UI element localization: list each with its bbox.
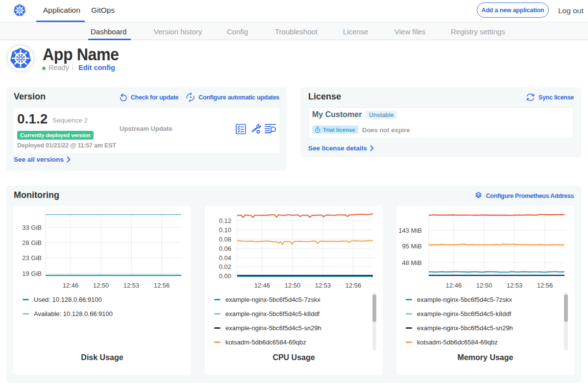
svg-text:0.04: 0.04 — [219, 254, 231, 262]
svg-text:12:46: 12:46 — [446, 282, 462, 289]
svg-text:12:50: 12:50 — [93, 282, 109, 289]
svg-text:12:46: 12:46 — [63, 282, 79, 289]
svg-text:12:53: 12:53 — [123, 282, 140, 289]
svg-text:95 MiB: 95 MiB — [402, 243, 422, 250]
svg-text:12:46: 12:46 — [254, 282, 270, 289]
svg-text:0.08: 0.08 — [219, 236, 231, 243]
svg-text:33 GiB: 33 GiB — [22, 224, 42, 231]
svg-text:0.00: 0.00 — [219, 272, 231, 280]
svg-text:23 GiB: 23 GiB — [22, 254, 42, 262]
svg-text:12:56: 12:56 — [154, 282, 170, 289]
svg-text:0.10: 0.10 — [219, 226, 231, 234]
svg-text:0.02: 0.02 — [219, 263, 231, 270]
svg-text:0.06: 0.06 — [219, 245, 231, 252]
svg-text:12:50: 12:50 — [476, 282, 492, 289]
svg-text:12:53: 12:53 — [315, 282, 331, 289]
svg-text:19 GiB: 19 GiB — [22, 270, 42, 277]
svg-text:12:50: 12:50 — [285, 282, 301, 289]
svg-text:0.12: 0.12 — [219, 217, 231, 224]
svg-text:12:56: 12:56 — [537, 282, 553, 289]
svg-text:48 MiB: 48 MiB — [402, 259, 422, 267]
svg-text:12:53: 12:53 — [507, 282, 523, 289]
svg-text:12:56: 12:56 — [345, 282, 362, 289]
svg-text:28 GiB: 28 GiB — [22, 239, 42, 246]
svg-text:143 MiB: 143 MiB — [398, 227, 422, 234]
